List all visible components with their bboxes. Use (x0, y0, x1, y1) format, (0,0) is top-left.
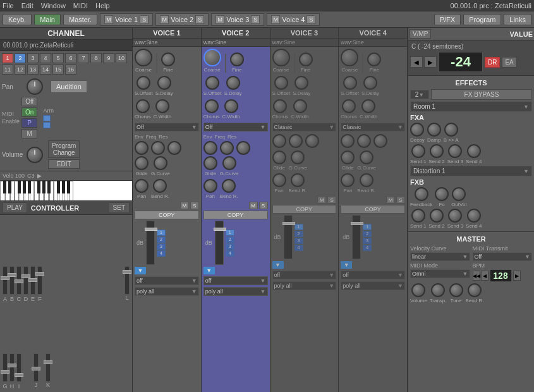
ch-num-2[interactable]: 2 (15, 53, 26, 63)
fader-k-track[interactable] (46, 353, 51, 382)
voice4-glide-knob[interactable] (341, 150, 355, 164)
voice1-pan-knob[interactable] (135, 179, 149, 193)
ch-num-5[interactable]: 5 (52, 53, 64, 63)
voice3-filter-dropdown[interactable]: Classic ▼ (272, 123, 337, 132)
edit-button[interactable]: EDIT (48, 159, 80, 169)
piano-black-key[interactable] (42, 181, 46, 193)
voice3-level-fader[interactable] (284, 215, 293, 259)
voice3-step1[interactable]: 1 (294, 224, 303, 230)
ch-num-8[interactable]: 8 (90, 53, 102, 63)
menu-window[interactable]: Window (41, 2, 66, 9)
fader-g-thumb[interactable] (1, 370, 9, 374)
fader-c-thumb[interactable] (15, 279, 23, 283)
voice2-copy-button[interactable]: COPY (203, 211, 268, 219)
ch-num-7[interactable]: 7 (78, 53, 89, 63)
voice1-sdelay-knob[interactable] (157, 76, 171, 90)
fader-i-track[interactable] (16, 353, 21, 382)
voice3-ms-m[interactable]: M (317, 196, 326, 204)
menu-edit[interactable]: Edit (21, 2, 33, 9)
master-mode-dropdown[interactable]: Omni ▼ (410, 269, 470, 278)
fader-e-track[interactable] (30, 266, 35, 295)
fader-l-thumb[interactable] (123, 270, 131, 274)
voice2-pan-knob[interactable] (203, 179, 217, 193)
fxb-fo-knob[interactable] (435, 187, 449, 201)
voice3-chorus-knob[interactable] (273, 99, 287, 113)
piano-black-key[interactable] (3, 181, 6, 193)
fxa-send4-knob[interactable] (467, 144, 481, 158)
voice4-gcurve-knob[interactable] (360, 150, 373, 164)
voice3-fine-knob[interactable] (299, 52, 313, 66)
voice1-gcurve-knob[interactable] (154, 156, 167, 170)
program-button[interactable]: Program (463, 14, 501, 25)
ch-num-14[interactable]: 14 (40, 64, 51, 75)
voice1-chorus-knob[interactable] (136, 99, 150, 113)
voice2-step2[interactable]: 2 (226, 236, 234, 243)
piano-black-key[interactable] (18, 181, 21, 193)
master-button[interactable]: Master. (63, 14, 97, 25)
voice3-off-dropdown[interactable]: off ▼ (272, 271, 337, 279)
fxa-decay-knob[interactable] (410, 123, 424, 137)
fader-e-thumb[interactable] (28, 278, 37, 282)
on-button[interactable]: On (21, 107, 37, 117)
voice3-soffset-knob[interactable] (274, 76, 288, 90)
bpm-prev-button[interactable]: ◀◀ (473, 271, 480, 281)
fx-bypass-button[interactable]: FX BYPASS (431, 89, 532, 100)
vmp-tab[interactable]: V/MP (410, 29, 431, 39)
master-midi-dropdown[interactable]: Off ▼ (473, 252, 533, 261)
fader-b-thumb[interactable] (8, 273, 16, 277)
voice1-m-btn[interactable]: M (104, 15, 113, 24)
main-button[interactable]: Main (34, 14, 61, 25)
voice4-res-knob[interactable] (373, 134, 387, 148)
voice2-freq-knob[interactable] (220, 141, 234, 155)
audition-button[interactable]: Audition (51, 80, 87, 93)
ch-num-4[interactable]: 4 (40, 53, 51, 63)
voice2-fader-thumb[interactable] (214, 228, 226, 231)
voice1-copy-button[interactable]: COPY (135, 211, 199, 219)
voice2-step4[interactable]: 4 (226, 250, 234, 257)
pfx-button[interactable]: P/FX (434, 14, 461, 25)
voice3-s-btn[interactable]: S (251, 15, 260, 24)
ch-num-12[interactable]: 12 (15, 64, 26, 75)
play-button[interactable]: PLAY (3, 202, 27, 213)
voice1-ms-m[interactable]: M (180, 202, 189, 209)
volume-knob[interactable] (27, 147, 43, 163)
fxb-send3-knob[interactable] (448, 209, 462, 223)
piano-black-key[interactable] (62, 181, 65, 193)
off-button[interactable]: Off (21, 97, 37, 106)
ch-num-16[interactable]: 16 (65, 64, 76, 75)
voice3-step3[interactable]: 3 (294, 238, 303, 244)
voice4-fader-thumb[interactable] (351, 222, 363, 225)
fader-c-track[interactable] (16, 266, 21, 295)
voice2-step3[interactable]: 3 (226, 243, 234, 250)
fader-b-track[interactable] (9, 266, 15, 295)
voice2-down-arrow[interactable]: ▼ (203, 267, 215, 274)
piano-black-key[interactable] (8, 181, 11, 193)
links-button[interactable]: Links (504, 14, 531, 25)
fxa-send1-knob[interactable] (411, 144, 425, 158)
voice4-s-btn[interactable]: S (306, 15, 315, 24)
voice4-fine-knob[interactable] (367, 52, 381, 66)
voice4-chorus-knob[interactable] (342, 99, 356, 113)
voice3-freq-knob[interactable] (289, 134, 303, 148)
program-change-button[interactable]: ProgramChange (48, 140, 80, 158)
voice4-off-dropdown[interactable]: off ▼ (341, 271, 405, 279)
voice2-glide-knob[interactable] (203, 156, 217, 170)
voice3-gcurve-knob[interactable] (291, 150, 305, 164)
fxb-outvol-knob[interactable] (452, 187, 466, 201)
ch-num-9[interactable]: 9 (103, 53, 114, 63)
voice2-res-knob[interactable] (236, 141, 250, 155)
voice3-res-knob[interactable] (305, 134, 319, 148)
voice2-gcurve-knob[interactable] (222, 156, 236, 170)
piano-keyboard[interactable] (0, 180, 132, 200)
voice3-fader-thumb[interactable] (282, 222, 295, 225)
bpm-down-button[interactable]: ◀ (481, 271, 488, 281)
voice1-glide-knob[interactable] (135, 156, 149, 170)
voice3-sdelay-knob[interactable] (294, 76, 308, 90)
voice3-copy-button[interactable]: COPY (272, 205, 337, 214)
voice2-m-btn[interactable]: M (160, 15, 169, 24)
voice4-level-fader[interactable] (352, 215, 361, 259)
voice1-step3[interactable]: 3 (157, 243, 166, 250)
voice1-s-btn[interactable]: S (140, 15, 149, 24)
ch-num-1[interactable]: 1 (2, 53, 13, 63)
voice4-copy-button[interactable]: COPY (341, 205, 405, 214)
